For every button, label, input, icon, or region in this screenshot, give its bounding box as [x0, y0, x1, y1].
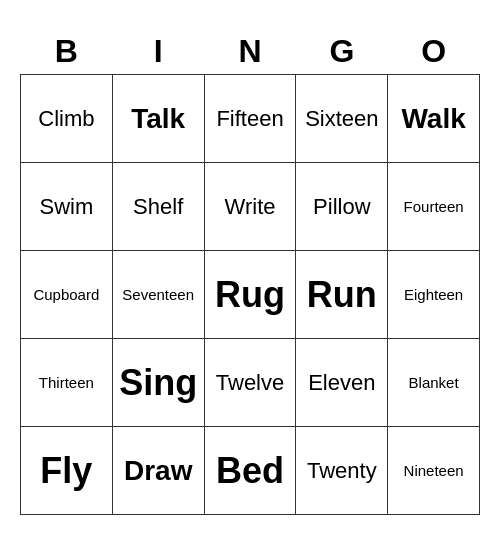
bingo-cell-1-4: Fourteen: [388, 163, 480, 251]
bingo-cell-2-1: Seventeen: [112, 251, 204, 339]
bingo-cell-1-1: Shelf: [112, 163, 204, 251]
header-B: B: [21, 29, 113, 75]
header-N: N: [204, 29, 296, 75]
bingo-cell-3-0: Thirteen: [21, 339, 113, 427]
bingo-cell-1-3: Pillow: [296, 163, 388, 251]
header-I: I: [112, 29, 204, 75]
bingo-row-2: CupboardSeventeenRugRunEighteen: [21, 251, 480, 339]
bingo-card: BINGO ClimbTalkFifteenSixteenWalkSwimShe…: [20, 29, 480, 515]
bingo-cell-1-2: Write: [204, 163, 296, 251]
bingo-cell-3-3: Eleven: [296, 339, 388, 427]
bingo-row-1: SwimShelfWritePillowFourteen: [21, 163, 480, 251]
bingo-cell-0-3: Sixteen: [296, 75, 388, 163]
header-G: G: [296, 29, 388, 75]
bingo-cell-3-4: Blanket: [388, 339, 480, 427]
bingo-row-0: ClimbTalkFifteenSixteenWalk: [21, 75, 480, 163]
bingo-cell-4-2: Bed: [204, 427, 296, 515]
bingo-row-3: ThirteenSingTwelveElevenBlanket: [21, 339, 480, 427]
bingo-cell-2-3: Run: [296, 251, 388, 339]
bingo-cell-2-2: Rug: [204, 251, 296, 339]
bingo-body: ClimbTalkFifteenSixteenWalkSwimShelfWrit…: [21, 75, 480, 515]
bingo-row-4: FlyDrawBedTwentyNineteen: [21, 427, 480, 515]
bingo-cell-0-1: Talk: [112, 75, 204, 163]
bingo-header-row: BINGO: [21, 29, 480, 75]
bingo-cell-4-1: Draw: [112, 427, 204, 515]
bingo-cell-3-2: Twelve: [204, 339, 296, 427]
bingo-cell-0-4: Walk: [388, 75, 480, 163]
bingo-cell-0-2: Fifteen: [204, 75, 296, 163]
bingo-cell-3-1: Sing: [112, 339, 204, 427]
header-O: O: [388, 29, 480, 75]
bingo-cell-4-3: Twenty: [296, 427, 388, 515]
bingo-cell-4-0: Fly: [21, 427, 113, 515]
bingo-cell-2-0: Cupboard: [21, 251, 113, 339]
bingo-cell-1-0: Swim: [21, 163, 113, 251]
bingo-cell-0-0: Climb: [21, 75, 113, 163]
bingo-cell-2-4: Eighteen: [388, 251, 480, 339]
bingo-cell-4-4: Nineteen: [388, 427, 480, 515]
